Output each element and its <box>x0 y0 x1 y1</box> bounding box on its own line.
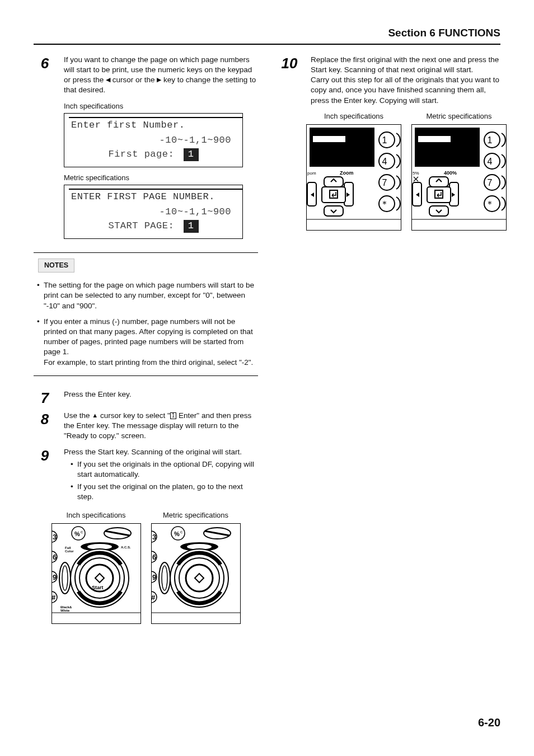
start-panel-row: Inch specifications <box>34 510 258 627</box>
svg-text:9: 9 <box>152 573 156 581</box>
note-item-1: The setting for the page on which page n… <box>37 280 258 311</box>
svg-point-39 <box>162 566 167 590</box>
panel10-inch-label: Inch specifications <box>306 111 401 121</box>
keypad-7: 7 <box>382 178 387 187</box>
step-number-10: 10 <box>276 55 303 106</box>
lcd-metric-line3-value: 1 <box>184 220 199 233</box>
svg-text:3: 3 <box>152 533 156 541</box>
lcd-metric-line3: START PAGE: 1 <box>69 220 238 233</box>
step-6-body: If you want to change the page on which … <box>64 55 258 96</box>
lcd-metric-label: Metric specifications <box>64 173 258 183</box>
step-8-body: Use the ▲ cursor key to select "1 Enter"… <box>64 411 258 442</box>
step-9: 9 Press the Start key. Scanning of the o… <box>34 447 258 505</box>
step-9-body: Press the Start key. Scanning of the ori… <box>64 447 258 505</box>
keypad-1: 1 <box>382 135 387 145</box>
start-panel-metric: 3 6 9 # % c <box>151 523 241 627</box>
lcd-metric: ENTER FIRST PAGE NUMBER. -10~-1,1~900 ST… <box>64 185 243 239</box>
svg-text:6: 6 <box>53 553 57 561</box>
panel10-metric-label: Metric specifications <box>411 111 507 121</box>
svg-text:%: % <box>74 530 80 537</box>
boxed-one-icon: 1 <box>170 412 177 419</box>
step-10-body: Replace the first original with the next… <box>311 55 500 106</box>
lcd-metric-line3-label: START PAGE: <box>108 220 174 231</box>
step-6: 6 If you want to change the page on whic… <box>34 55 258 96</box>
note-item-2: If you enter a minus (-) number, page nu… <box>37 317 258 368</box>
svg-point-19 <box>62 566 68 590</box>
zoom-panel-metric: 5% 400% <box>411 124 507 233</box>
up-triangle-icon: ▲ <box>92 412 98 419</box>
step-9-text: Press the Start key. Scanning of the ori… <box>64 447 258 457</box>
step-8: 8 Use the ▲ cursor key to select "1 Ente… <box>34 411 258 442</box>
lcd-inch-line1: Enter first Number. <box>69 117 242 133</box>
keypad-4: 4 <box>382 157 387 166</box>
svg-rect-58 <box>415 128 480 167</box>
start-label: Start <box>92 585 104 590</box>
lcd-inch-line3: First page: 1 <box>69 148 238 161</box>
svg-rect-60 <box>418 134 454 136</box>
keypad-star: ＊ <box>380 199 389 209</box>
step-8-text-b: cursor key to select " <box>98 411 170 420</box>
svg-text:7: 7 <box>488 178 493 187</box>
step-9-bullet-2: If you set the original on the platen, g… <box>71 482 258 502</box>
svg-text:#: # <box>51 593 56 602</box>
left-triangle-icon: ◀ <box>106 76 110 83</box>
notes-title: NOTES <box>38 259 74 273</box>
lcd-inch-line2: -10~-1,1~900 <box>69 134 238 147</box>
step-10: 10 Replace the first original with the n… <box>276 55 500 106</box>
svg-text:c: c <box>180 529 182 534</box>
svg-text:1: 1 <box>488 135 493 145</box>
right-column: 10 Replace the first original with the n… <box>276 55 500 627</box>
svg-text:6: 6 <box>152 553 156 561</box>
step-6-text-b: cursor or the <box>110 76 157 84</box>
notes-list: The setting for the page on which page n… <box>34 280 258 368</box>
svg-text:4: 4 <box>488 157 493 166</box>
svg-text:c: c <box>81 529 83 534</box>
lcd-inch-line3-value: 1 <box>184 148 199 161</box>
svg-rect-44 <box>313 134 349 136</box>
notes-separator-bottom <box>34 375 258 376</box>
left-column: 6 If you want to change the page on whic… <box>34 55 258 627</box>
lcd-inch-label: Inch specifications <box>64 101 258 111</box>
step-7: 7 Press the Enter key. <box>34 389 258 405</box>
zoom-panel-inch: pom Zoom <box>306 124 401 233</box>
lcd-metric-line1: ENTER FIRST PAGE NUMBER. <box>69 189 242 205</box>
pct-right-metric: 400% <box>444 170 457 176</box>
notes-separator-top <box>34 252 258 253</box>
svg-rect-42 <box>310 128 374 167</box>
step-number-9: 9 <box>34 447 56 505</box>
panel9-inch-label: Inch specifications <box>51 510 141 520</box>
svg-text:White: White <box>60 609 70 612</box>
svg-text:9: 9 <box>53 573 57 581</box>
svg-text:%: % <box>174 530 180 537</box>
lcd-metric-line2: -10~-1,1~900 <box>69 206 238 219</box>
svg-text:#: # <box>151 593 156 602</box>
section-header: Section 6 FUNCTIONS <box>34 26 500 45</box>
svg-text:3: 3 <box>53 533 57 541</box>
svg-rect-45 <box>345 134 349 142</box>
step-8-text-a: Use the <box>64 411 92 420</box>
panel9-metric-label: Metric specifications <box>151 510 241 520</box>
step-number-7: 7 <box>34 389 56 405</box>
step-7-body: Press the Enter key. <box>64 389 258 405</box>
start-panel-inch: 3 6 9 # % c Full Color <box>51 523 141 627</box>
step-number-6: 6 <box>34 55 56 96</box>
step-9-bullet-1: If you set the originals in the optional… <box>71 459 258 480</box>
zoom-prefix-inch: pom <box>307 171 316 176</box>
step-number-8: 8 <box>34 411 56 442</box>
lcd-inch: Enter first Number. -10~-1,1~900 First p… <box>64 113 243 167</box>
pct-left-metric: 5% <box>413 171 419 176</box>
page-number: 6-20 <box>478 715 500 730</box>
zoom-label-inch: Zoom <box>340 170 354 176</box>
svg-rect-61 <box>451 134 454 142</box>
svg-text:＊: ＊ <box>485 199 494 209</box>
svg-rect-51 <box>324 206 343 216</box>
step-9-bullets: If you set the originals in the optional… <box>64 459 258 503</box>
zoom-panel-row: Inch specifications pom Zoom <box>306 111 500 234</box>
svg-rect-67 <box>429 206 448 216</box>
lcd-inch-line3-label: First page: <box>108 149 174 159</box>
acs-label: A.C.S. <box>121 546 131 549</box>
svg-text:Color: Color <box>65 550 74 553</box>
